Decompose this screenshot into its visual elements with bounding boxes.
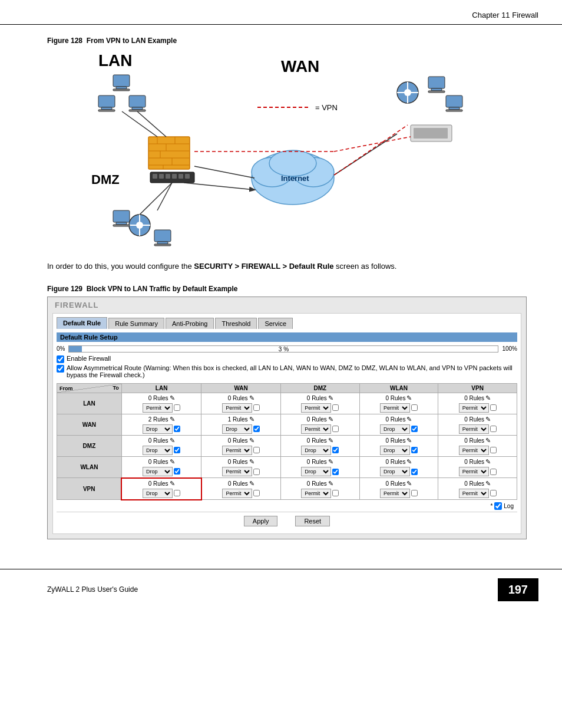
log-vpn-wan[interactable] (253, 490, 260, 496)
action-wan-wlan[interactable]: DropPermit (380, 424, 410, 434)
edit-icon[interactable]: ✎ (170, 437, 175, 444)
from-wan: WAN (57, 414, 122, 435)
log-wlan-wlan[interactable] (411, 469, 418, 475)
edit-icon[interactable]: ✎ (170, 480, 175, 487)
log-checkbox-main[interactable] (494, 502, 502, 510)
log-lan-wlan[interactable] (411, 404, 418, 411)
tab-threshold[interactable]: Threshold (215, 318, 257, 329)
edit-icon[interactable]: ✎ (249, 480, 254, 487)
from-wlan: WLAN (57, 456, 122, 478)
log-dmz-vpn[interactable] (490, 447, 497, 453)
action-wlan-wlan[interactable]: DropPermit (380, 467, 410, 476)
row-dmz: DMZ 0 Rules✎ DropPermit (57, 435, 517, 456)
edit-icon[interactable]: ✎ (406, 437, 412, 444)
log-dmz-lan[interactable] (174, 447, 180, 453)
action-vpn-lan[interactable]: DropPermit (143, 489, 173, 498)
from-dmz: DMZ (57, 435, 122, 456)
page-footer: ZyWALL 2 Plus User's Guide 197 (0, 569, 562, 610)
log-dmz-dmz[interactable] (332, 447, 339, 453)
cell-wan-wan: 1 Rules✎ DropPermit (201, 414, 281, 435)
log-wan-vpn[interactable] (490, 426, 497, 432)
log-wlan-dmz[interactable] (332, 469, 339, 475)
svg-rect-43 (428, 91, 445, 93)
log-wan-dmz[interactable] (332, 426, 339, 432)
action-dmz-dmz[interactable]: DropPermit (301, 446, 331, 455)
action-lan-dmz[interactable]: PermitDrop (301, 403, 331, 413)
log-dmz-wan[interactable] (253, 447, 260, 453)
allow-asymmetrical-checkbox[interactable] (57, 365, 64, 373)
apply-button[interactable]: Apply (244, 516, 278, 526)
edit-icon[interactable]: ✎ (328, 394, 333, 402)
tab-default-rule[interactable]: Default Rule (57, 317, 107, 329)
cell-dmz-wlan: 0 Rules✎ DropPermit (359, 435, 438, 456)
action-vpn-dmz[interactable]: PermitDrop (301, 489, 331, 498)
edit-icon[interactable]: ✎ (328, 480, 333, 487)
edit-icon[interactable]: ✎ (328, 416, 333, 423)
reset-button[interactable]: Reset (295, 516, 330, 526)
fw-table: To From LAN WAN DMZ WLAN VPN LAN (57, 383, 517, 500)
action-lan-lan[interactable]: PermitDrop (143, 403, 173, 413)
edit-icon[interactable]: ✎ (406, 394, 412, 402)
log-vpn-lan[interactable] (174, 490, 180, 496)
log-vpn-vpn[interactable] (490, 490, 497, 496)
action-dmz-lan[interactable]: DropPermit (143, 446, 173, 455)
svg-rect-56 (154, 230, 171, 242)
tab-anti-probing[interactable]: Anti-Probing (166, 318, 214, 329)
action-wlan-lan[interactable]: DropPermit (143, 467, 173, 476)
fw-tabs: Default Rule Rule Summary Anti-Probing T… (57, 317, 517, 329)
action-vpn-wan[interactable]: PermitDrop (222, 489, 252, 498)
log-vpn-dmz[interactable] (332, 490, 339, 496)
tab-service[interactable]: Service (258, 318, 293, 329)
log-vpn-wlan[interactable] (411, 490, 418, 496)
action-wlan-dmz[interactable]: DropPermit (301, 467, 331, 476)
action-vpn-vpn[interactable]: PermitDrop (459, 489, 489, 498)
log-lan-lan[interactable] (174, 404, 180, 411)
tab-rule-summary[interactable]: Rule Summary (108, 318, 164, 329)
edit-icon[interactable]: ✎ (485, 458, 491, 466)
edit-icon[interactable]: ✎ (249, 416, 254, 423)
svg-rect-44 (446, 95, 462, 107)
edit-icon[interactable]: ✎ (170, 416, 175, 423)
action-lan-vpn[interactable]: PermitDrop (459, 403, 489, 413)
log-wlan-wan[interactable] (253, 469, 260, 475)
edit-icon[interactable]: ✎ (170, 394, 175, 402)
action-wlan-vpn[interactable]: PermitDrop (459, 467, 489, 476)
edit-icon[interactable]: ✎ (328, 458, 333, 466)
log-lan-dmz[interactable] (332, 404, 339, 411)
log-wlan-vpn[interactable] (490, 469, 497, 475)
action-wan-vpn[interactable]: PermitDrop (459, 424, 489, 434)
edit-icon[interactable]: ✎ (249, 437, 254, 444)
action-dmz-wlan[interactable]: DropPermit (380, 446, 410, 455)
log-wan-lan[interactable] (174, 426, 180, 432)
edit-icon[interactable]: ✎ (485, 416, 491, 423)
log-lan-vpn[interactable] (490, 404, 497, 411)
edit-icon[interactable]: ✎ (406, 416, 412, 423)
edit-icon[interactable]: ✎ (485, 480, 491, 487)
log-lan-wan[interactable] (253, 404, 260, 411)
action-wan-lan[interactable]: DropPermit (143, 424, 173, 434)
edit-icon[interactable]: ✎ (249, 394, 254, 402)
action-dmz-wan[interactable]: PermitDrop (222, 446, 252, 455)
edit-icon[interactable]: ✎ (249, 458, 254, 466)
action-vpn-wlan[interactable]: PermitDrop (380, 489, 410, 498)
action-dmz-vpn[interactable]: PermitDrop (459, 446, 489, 455)
edit-icon[interactable]: ✎ (485, 437, 491, 444)
col-dmz: DMZ (280, 383, 359, 393)
edit-icon[interactable]: ✎ (485, 394, 491, 402)
log-dmz-wlan[interactable] (411, 447, 418, 453)
edit-icon[interactable]: ✎ (406, 458, 412, 466)
edit-icon[interactable]: ✎ (406, 480, 412, 487)
action-wan-wan[interactable]: DropPermit (222, 424, 252, 434)
edit-icon[interactable]: ✎ (170, 458, 175, 466)
firewall-box: FIREWALL Default Rule Rule Summary Anti-… (47, 297, 527, 539)
action-lan-wan[interactable]: PermitDrop (222, 403, 252, 413)
log-wan-wan[interactable] (253, 426, 260, 432)
action-lan-wlan[interactable]: PermitDrop (380, 403, 410, 413)
enable-firewall-checkbox[interactable] (57, 355, 64, 363)
log-wan-wlan[interactable] (411, 426, 418, 432)
log-wlan-lan[interactable] (174, 468, 180, 475)
edit-icon[interactable]: ✎ (328, 437, 333, 444)
action-wan-dmz[interactable]: PermitDrop (301, 424, 331, 434)
action-wlan-wan[interactable]: PermitDrop (222, 467, 252, 476)
enable-firewall-label: Enable Firewall (67, 355, 111, 362)
